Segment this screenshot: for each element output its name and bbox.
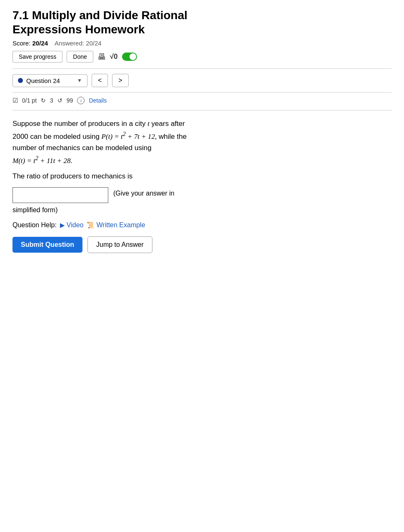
question-dropdown[interactable]: Question 24 ▼ bbox=[12, 74, 87, 87]
video-link[interactable]: ▶ Video bbox=[60, 221, 84, 229]
toggle-knob bbox=[130, 53, 136, 60]
simplified-text: simplified form) bbox=[12, 206, 392, 214]
retry-count: 3 bbox=[50, 97, 53, 104]
question-body: Suppose the number of producers in a cit… bbox=[12, 118, 392, 166]
question-text-3: 2000 can be modeled using bbox=[12, 133, 102, 141]
question-pt: P(t) = t2 + 7t + 12, bbox=[102, 133, 157, 141]
score-label: Score: 20/24 bbox=[12, 40, 48, 47]
submissions-icon: ↺ bbox=[57, 97, 62, 104]
check-icon: ☑ bbox=[12, 97, 18, 104]
question-text-5: number of mechanics can be modeled using bbox=[12, 144, 152, 152]
submissions-count: 99 bbox=[67, 97, 73, 104]
score-value: 20/24 bbox=[32, 40, 48, 47]
question-help-row: Question Help: ▶ Video 📜 Written Example bbox=[12, 221, 392, 229]
question-dot bbox=[18, 78, 23, 83]
prev-question-button[interactable]: < bbox=[92, 74, 108, 87]
details-link[interactable]: Details bbox=[89, 97, 107, 104]
next-question-button[interactable]: > bbox=[112, 74, 128, 87]
divider-1 bbox=[12, 68, 392, 69]
question-mt: M(t) = t2 + 11t + 28. bbox=[12, 157, 72, 165]
answered-value: 20/24 bbox=[86, 40, 102, 47]
chevron-down-icon: ▼ bbox=[77, 78, 82, 83]
submit-question-button[interactable]: Submit Question bbox=[12, 237, 82, 253]
title-line2: Expressions Homework bbox=[12, 23, 145, 36]
answer-hint: (Give your answer in bbox=[113, 187, 175, 197]
question-text-1: Suppose the number of producers in a cit… bbox=[12, 120, 147, 128]
divider-2 bbox=[12, 92, 392, 93]
answer-input[interactable] bbox=[12, 187, 108, 203]
title-line1: 7.1 Multiply and Divide Rational bbox=[12, 9, 187, 22]
help-label: Question Help: bbox=[12, 221, 57, 229]
toggle-track bbox=[122, 53, 137, 61]
written-example-link[interactable]: 📜 Written Example bbox=[87, 221, 145, 229]
answered-label: Answered: 20/24 bbox=[55, 40, 102, 47]
divider-3 bbox=[12, 110, 392, 110]
question-text-4: while the bbox=[157, 133, 187, 141]
jump-to-answer-button[interactable]: Jump to Answer bbox=[87, 236, 152, 253]
points-value: 0/1 pt bbox=[22, 97, 37, 104]
save-progress-button[interactable]: Save progress bbox=[12, 51, 62, 63]
question-label: Question 24 bbox=[26, 77, 60, 84]
toggle-switch[interactable] bbox=[122, 53, 137, 61]
answer-row: (Give your answer in bbox=[12, 187, 392, 203]
page-title: 7.1 Multiply and Divide Rational Express… bbox=[12, 8, 392, 36]
document-icon: 📜 bbox=[87, 221, 95, 229]
print-icon[interactable]: 🖶 bbox=[97, 52, 106, 62]
done-button[interactable]: Done bbox=[67, 51, 93, 63]
retry-icon: ↻ bbox=[41, 97, 46, 104]
buttons-row: Submit Question Jump to Answer bbox=[12, 236, 392, 253]
ratio-text: The ratio of producers to mechanics is bbox=[12, 172, 392, 181]
info-icon[interactable]: i bbox=[77, 97, 85, 104]
question-text-2: years after bbox=[150, 120, 185, 128]
sqrt-label: √0 bbox=[110, 53, 118, 61]
video-icon: ▶ bbox=[60, 221, 65, 229]
